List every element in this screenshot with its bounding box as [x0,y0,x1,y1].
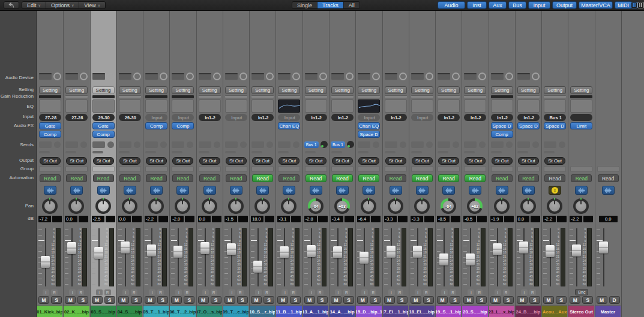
track-name[interactable]: 20_S…_bip [462,306,487,317]
input-gain-knob[interactable] [532,73,540,80]
input-button[interactable]: 29-30 [92,114,115,121]
setting-button[interactable]: Setting [119,86,141,94]
track-icon-button[interactable] [575,186,588,195]
automation-mode-button[interactable]: Read [332,174,353,182]
setting-button[interactable]: Setting [145,86,167,94]
fader-cap[interactable] [307,245,316,257]
solo-button[interactable]: S [423,296,434,304]
send-slot[interactable] [92,141,105,148]
send-level-knob[interactable] [559,141,565,148]
input-button[interactable]: In1-2 [491,114,513,121]
track-icon-button[interactable] [256,186,269,195]
mute-button[interactable]: M [597,296,607,304]
input-button[interactable]: In1-2 [251,114,274,121]
audio-device-slot[interactable] [385,73,397,80]
output-button[interactable]: St Out [544,157,565,165]
pan-knob[interactable] [95,198,111,214]
fader-track[interactable] [550,228,551,286]
input-monitor-button[interactable]: I [255,289,262,295]
pan-knob[interactable] [494,198,510,214]
input-gain-knob[interactable] [107,73,115,80]
audio-device-slot[interactable] [119,73,131,80]
send-level-knob[interactable] [347,141,354,148]
track-name[interactable]: 24_B…_bip [516,306,541,317]
fader-track[interactable] [523,228,525,286]
input-button[interactable]: Input [358,114,380,121]
record-enable-button[interactable]: R [370,289,376,295]
output-button[interactable]: St Out [465,157,486,165]
record-enable-button[interactable]: R [529,289,536,295]
input-gain-knob[interactable] [505,73,513,80]
record-enable-button[interactable]: R [237,289,244,295]
input-monitor-button[interactable]: I [43,289,49,295]
output-button[interactable]: St Out [40,157,61,165]
output-button[interactable]: St Out [199,157,220,165]
audio-fx-slot[interactable]: Comp [145,122,167,129]
mute-button[interactable]: M [118,296,129,304]
send-slot[interactable] [517,141,530,148]
setting-button[interactable]: Setting [464,86,486,94]
send-level-knob[interactable] [426,141,433,148]
input-monitor-button[interactable]: I [202,289,209,295]
audio-fx-slot[interactable]: Space D [544,122,566,129]
output-button[interactable]: St Out [412,157,433,165]
record-enable-button[interactable]: R [476,289,483,295]
pan-knob[interactable] [414,198,430,214]
group-slot[interactable] [119,166,141,172]
fader-cap[interactable] [94,247,103,259]
pan-knob[interactable] [68,198,84,214]
track-name[interactable]: 11_B…1_bip [276,306,301,317]
fader-cap[interactable] [280,246,289,258]
volume-display[interactable]: -7.2 [38,216,51,222]
audio-fx-slot[interactable]: Comp [172,122,194,129]
input-monitor-button[interactable]: I [229,289,235,295]
record-enable-button[interactable]: R [51,289,58,295]
eq-display[interactable] [544,99,566,113]
volume-display[interactable]: -6.4 [357,216,370,222]
eq-display[interactable] [570,99,592,113]
solo-button[interactable]: S [556,296,567,304]
track-name[interactable]: Acou…Aux [542,306,567,317]
track-name[interactable]: 19_S…1_bip [436,306,461,317]
send-slot[interactable] [172,141,184,148]
mute-button[interactable]: M [224,296,235,304]
send-level-knob[interactable] [479,141,486,148]
automation-mode-button[interactable]: Read [226,174,247,182]
input-gain-knob[interactable] [292,73,300,80]
mute-button[interactable]: M [331,296,342,304]
mute-button[interactable]: M [437,296,448,304]
output-button[interactable]: St Out [358,157,379,165]
eq-display[interactable] [199,99,221,113]
audio-device-slot[interactable] [92,73,105,80]
record-enable-button[interactable]: R [157,289,164,295]
solo-button[interactable]: S [263,296,274,304]
pan-knob[interactable]: -64 [441,198,456,214]
solo-button[interactable]: S [104,296,115,304]
pan-knob[interactable]: +63 [334,198,350,214]
output-button[interactable]: St Out [305,157,327,165]
setting-button[interactable]: Setting [411,86,433,94]
input-monitor-button[interactable]: I [175,289,182,295]
input-button[interactable]: Input [278,114,300,121]
eq-display[interactable] [225,99,247,113]
mute-button[interactable]: M [277,296,288,304]
solo-button[interactable]: S [370,296,381,304]
eq-display[interactable] [517,99,540,113]
solo-button[interactable]: S [317,296,328,304]
eq-display[interactable] [145,99,167,113]
fader-cap[interactable] [121,241,130,253]
track-name[interactable]: 07_O…s_bip [197,306,222,317]
group-slot[interactable] [39,166,61,172]
automation-mode-button[interactable]: Read [146,174,167,182]
group-slot[interactable] [438,166,460,172]
record-enable-button[interactable]: R [343,289,350,295]
track-icon-button[interactable] [230,186,242,195]
setting-button[interactable]: Setting [331,86,354,94]
group-slot[interactable] [544,166,566,172]
input-monitor-button[interactable]: I [96,289,103,295]
send-level-knob[interactable] [214,141,220,148]
menu-view[interactable]: View∨ [79,2,105,8]
input-button[interactable]: In1-2 [305,114,327,121]
group-slot[interactable] [199,166,221,172]
solo-button[interactable]: S [503,296,514,304]
